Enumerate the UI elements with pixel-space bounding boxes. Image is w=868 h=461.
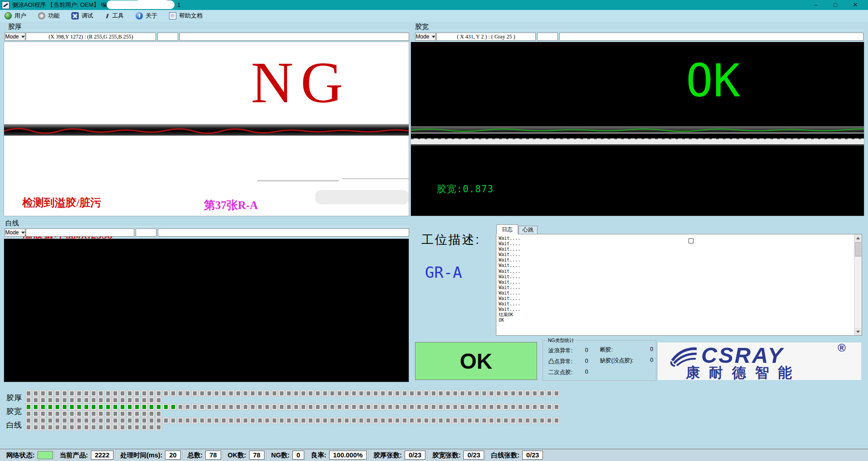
menu-item-user[interactable]: 用户	[0, 10, 33, 22]
progress-cell	[250, 418, 255, 423]
toolbar-field-long-whiteline[interactable]	[158, 228, 409, 237]
toolbar-field-small-width[interactable]	[537, 33, 558, 41]
log-line: Wait....	[499, 269, 520, 274]
progress-group-label: 胶宽	[6, 406, 22, 417]
status-label: 网络状态:	[6, 451, 35, 460]
menu-item-tools[interactable]: 工具	[100, 10, 131, 22]
progress-cell	[409, 418, 415, 423]
menu-item-about[interactable]: 关于	[131, 10, 165, 22]
tab-log[interactable]: 日志	[496, 224, 518, 234]
progress-cell	[26, 404, 31, 410]
log-line: Wait....	[499, 296, 520, 301]
progress-row	[26, 418, 561, 423]
minimize-button[interactable]: –	[806, 0, 826, 10]
progress-cell	[474, 404, 480, 410]
progress-cell	[264, 418, 270, 423]
progress-cell	[26, 424, 31, 430]
progress-cell	[547, 390, 552, 396]
band-dark-layer	[411, 126, 864, 133]
toolbar-field-long-thickness[interactable]	[179, 33, 409, 41]
mode-dropdown-thickness[interactable]: Mode	[5, 33, 25, 41]
toolbar-field-small-whiteline[interactable]	[136, 228, 156, 237]
pixel-info-whiteline[interactable]	[26, 228, 134, 237]
progress-cell	[163, 418, 169, 423]
progress-cell	[105, 390, 111, 396]
maximize-button[interactable]: □	[826, 0, 845, 10]
progress-cell	[489, 390, 494, 396]
progress-cell	[453, 390, 458, 396]
progress-cell	[69, 404, 75, 410]
scroll-down-arrow[interactable]	[854, 328, 862, 335]
progress-cell	[395, 418, 400, 423]
progress-cell	[250, 404, 255, 410]
progress-cell	[496, 390, 501, 396]
progress-cell	[293, 390, 299, 396]
progress-row	[26, 397, 163, 403]
pixel-info-width[interactable]: ( X 431, Y 2 ) : ( Gray 25 )	[436, 33, 536, 41]
toolbar-field-long-width[interactable]	[559, 33, 863, 41]
menu-item-func[interactable]: 功能	[33, 10, 67, 22]
progress-cell	[330, 418, 335, 423]
progress-cell	[127, 390, 132, 396]
mode-dropdown-width[interactable]: Mode	[415, 33, 436, 41]
chevron-down-icon	[21, 36, 25, 38]
status-value: 20	[165, 451, 180, 460]
close-button[interactable]: ✕	[845, 0, 865, 10]
progress-cell	[518, 418, 523, 423]
progress-cell	[315, 404, 321, 410]
mode-dropdown-whiteline[interactable]: Mode	[5, 228, 25, 237]
status-label: 当前产品:	[60, 451, 88, 460]
progress-cell	[286, 404, 292, 410]
gear-icon	[38, 12, 45, 19]
progress-cell	[127, 411, 132, 417]
progress-cell	[395, 390, 400, 396]
progress-cell	[264, 390, 270, 396]
progress-section: 胶厚胶宽白线	[0, 387, 868, 448]
progress-cell	[113, 397, 118, 403]
progress-cell	[149, 424, 154, 430]
image-view-thickness[interactable]: NG 检测到溢胶/脏污 溢胶最小面积:2538 溢胶最大面积:2638 第37张…	[4, 42, 409, 216]
progress-cell	[221, 390, 226, 396]
scrollbar-thumb[interactable]	[855, 242, 862, 257]
tab-heartbeat[interactable]: 心跳	[519, 226, 538, 234]
image-view-whiteline[interactable]	[4, 238, 409, 382]
progress-cell	[337, 418, 342, 423]
progress-cell	[438, 390, 443, 396]
progress-cell	[460, 418, 465, 423]
progress-cell	[199, 418, 205, 423]
progress-cell	[26, 411, 31, 417]
image-view-width[interactable]: OK 胶宽:0.873	[410, 42, 864, 216]
progress-cell	[47, 411, 53, 417]
progress-cell	[503, 404, 509, 410]
progress-cell	[185, 404, 190, 410]
progress-cell	[496, 404, 501, 410]
menu-item-help[interactable]: 帮助文档	[165, 10, 210, 22]
log-line: Wait....	[499, 247, 520, 252]
toolbar-field-small-thickness[interactable]	[157, 33, 178, 41]
frame-label: 第37张R-A	[204, 198, 258, 213]
scroll-up-arrow[interactable]	[854, 234, 862, 242]
progress-cell	[62, 424, 67, 430]
progress-cell	[510, 418, 516, 423]
progress-cell	[76, 404, 82, 410]
progress-cell	[214, 390, 219, 396]
progress-row	[26, 404, 561, 410]
progress-cell	[416, 418, 422, 423]
user-icon	[5, 12, 12, 19]
progress-cell	[337, 404, 342, 410]
progress-cell	[62, 390, 67, 396]
progress-cell	[127, 424, 132, 430]
pixel-info-thickness[interactable]: (X 398,Y 1272) : (R 255,G 255,B 255)	[26, 33, 156, 41]
progress-cell	[105, 404, 111, 410]
ng-stat-row: 缺胶(没点胶):0	[600, 357, 653, 365]
progress-cell	[142, 424, 147, 430]
progress-cell	[178, 418, 183, 423]
progress-cell	[33, 404, 38, 410]
log-checkbox[interactable]	[689, 238, 693, 243]
status-label: 处理时间(ms):	[120, 451, 162, 460]
progress-cell	[445, 418, 451, 423]
progress-cell	[149, 397, 154, 403]
menu-item-debug[interactable]: 调试	[67, 10, 100, 22]
progress-cell	[322, 418, 328, 423]
progress-cell	[33, 418, 38, 423]
